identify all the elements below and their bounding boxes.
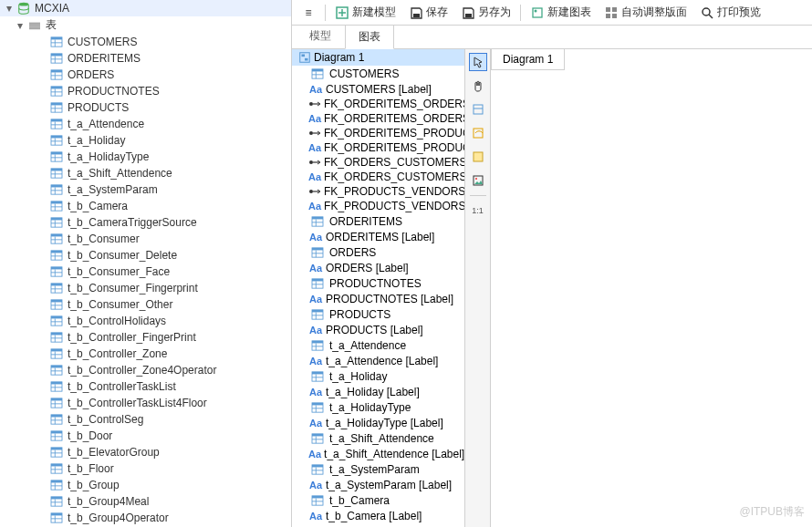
svg-rect-137 bbox=[606, 7, 610, 12]
hand-tool[interactable] bbox=[469, 77, 487, 95]
tree-table[interactable]: CUSTOMERS bbox=[0, 34, 291, 50]
tree-table[interactable]: t_b_Group bbox=[0, 477, 291, 493]
toolbar: ≡ 新建模型 保存 另存为 新建图表 自动调整版面 打印预览 bbox=[292, 0, 812, 26]
db-tree-panel[interactable]: ▾ MCXIA ▾ 表 CUSTOMERSORDERITEMSORDERSPRO… bbox=[0, 0, 292, 527]
image-tool[interactable] bbox=[469, 171, 487, 190]
outline-item[interactable]: t_a_HolidayType bbox=[292, 399, 464, 416]
tree-table[interactable]: t_b_Controller_Zone bbox=[0, 346, 291, 362]
outline-item[interactable]: Aat_a_Shift_Attendence [Label] bbox=[292, 447, 464, 461]
auto-layout-button[interactable]: 自动调整版面 bbox=[599, 3, 692, 22]
tree-table-label: t_a_Shift_Attendence bbox=[66, 167, 172, 180]
tree-table-label: t_b_Controller_FingerPrint bbox=[66, 331, 196, 344]
tree-table[interactable]: t_b_Door bbox=[0, 428, 291, 444]
tree-table[interactable]: t_a_Holiday bbox=[0, 132, 291, 149]
tree-table[interactable]: t_b_ElevatorGroup bbox=[0, 444, 291, 460]
outline-panel[interactable]: Diagram 1 CUSTOMERSAaCUSTOMERS [Label]FK… bbox=[292, 49, 465, 527]
outline-item[interactable]: AaFK_ORDERS_CUSTOMERS [ bbox=[292, 170, 464, 184]
outline-item[interactable]: FK_PRODUCTS_VENDORS bbox=[292, 184, 464, 199]
tree-table[interactable]: t_a_HolidayType bbox=[0, 149, 291, 165]
folder-icon bbox=[27, 18, 42, 33]
canvas-tab[interactable]: Diagram 1 bbox=[491, 49, 565, 70]
tree-table[interactable]: t_a_Shift_Attendence bbox=[0, 165, 291, 181]
tree-table[interactable]: t_b_CameraTriggerSource bbox=[0, 214, 291, 231]
outline-item[interactable]: FK_ORDERITEMS_PRODUCT bbox=[292, 126, 464, 140]
tree-table[interactable]: t_b_Consumer_Delete bbox=[0, 247, 291, 264]
tree-table[interactable]: t_b_Controller_Zone4Operator bbox=[0, 362, 291, 378]
pointer-tool[interactable] bbox=[469, 53, 487, 71]
outline-item[interactable]: PRODUCTS bbox=[292, 306, 464, 323]
outline-item-label: PRODUCTNOTES [Label] bbox=[323, 293, 453, 305]
tree-table[interactable]: t_b_ControllerTaskList bbox=[0, 378, 291, 395]
new-diagram-button[interactable]: 新建图表 bbox=[525, 3, 597, 22]
print-preview-button[interactable]: 打印预览 bbox=[694, 3, 766, 22]
outline-item[interactable]: FK_ORDERS_CUSTOMERS bbox=[292, 155, 464, 170]
outline-item[interactable]: AaFK_ORDERITEMS_ORDERS bbox=[292, 111, 464, 126]
outline-item[interactable]: t_b_Camera bbox=[292, 492, 464, 509]
relation-tool[interactable]: 1:1 bbox=[469, 202, 487, 220]
tree-table-label: t_a_HolidayType bbox=[66, 150, 149, 163]
outline-item[interactable]: Aat_a_HolidayType [Label] bbox=[292, 416, 464, 430]
outline-item[interactable]: AaFK_ORDERITEMS_PRODUCT bbox=[292, 140, 464, 155]
outline-item[interactable]: Aat_a_Holiday [Label] bbox=[292, 385, 464, 399]
outline-item[interactable]: AaCUSTOMERS [Label] bbox=[292, 82, 464, 97]
tree-table[interactable]: t_b_ControlHolidays bbox=[0, 313, 291, 329]
outline-item[interactable]: AaORDERS [Label] bbox=[292, 261, 464, 275]
foreign-key-icon bbox=[308, 99, 321, 108]
tree-table[interactable]: t_a_SystemParam bbox=[0, 181, 291, 198]
outline-diagram-root[interactable]: Diagram 1 bbox=[292, 49, 464, 66]
outline-item[interactable]: Aat_a_SystemParam [Label] bbox=[292, 478, 464, 492]
collapse-icon[interactable]: ▾ bbox=[15, 20, 26, 31]
svg-rect-49 bbox=[51, 218, 62, 221]
outline-item[interactable]: PRODUCTNOTES bbox=[292, 275, 464, 292]
view-tool[interactable] bbox=[469, 124, 487, 142]
tree-table[interactable]: ORDERS bbox=[0, 67, 291, 83]
outline-item[interactable]: Aat_a_Attendence [Label] bbox=[292, 354, 464, 368]
tree-table[interactable]: t_b_Consumer bbox=[0, 231, 291, 247]
hamburger-icon[interactable]: ≡ bbox=[296, 4, 321, 22]
outline-item[interactable]: t_a_Holiday bbox=[292, 368, 464, 385]
table-icon bbox=[49, 264, 64, 279]
tree-table[interactable]: t_b_Floor bbox=[0, 460, 291, 477]
outline-item[interactable]: FK_ORDERITEMS_ORDERS bbox=[292, 97, 464, 111]
outline-item[interactable]: AaORDERITEMS [Label] bbox=[292, 230, 464, 244]
outline-item[interactable]: AaFK_PRODUCTS_VENDORS [ bbox=[292, 199, 464, 213]
tree-table[interactable]: t_b_ControllerTaskList4Floor bbox=[0, 395, 291, 411]
outline-item[interactable]: AaPRODUCTNOTES [Label] bbox=[292, 292, 464, 306]
tree-table[interactable]: t_a_Attendence bbox=[0, 116, 291, 132]
diagram-canvas[interactable]: Diagram 1 f_MeetingNO: VARCHAR2(15)f_Mee… bbox=[491, 49, 812, 527]
table-icon bbox=[310, 67, 325, 81]
tree-table[interactable]: ORDERITEMS bbox=[0, 50, 291, 67]
tree-table[interactable]: t_b_Consumer_Fingerprint bbox=[0, 280, 291, 296]
tree-table[interactable]: t_b_Group4Operator bbox=[0, 510, 291, 526]
tree-table[interactable]: t_b_Controller_FingerPrint bbox=[0, 329, 291, 346]
outline-item[interactable]: ORDERS bbox=[292, 244, 464, 261]
save-button[interactable]: 保存 bbox=[403, 3, 453, 22]
save-as-button[interactable]: 另存为 bbox=[455, 3, 516, 22]
tree-table[interactable]: t_b_Camera bbox=[0, 198, 291, 214]
outline-item[interactable]: ORDERITEMS bbox=[292, 213, 464, 230]
svg-rect-170 bbox=[312, 310, 323, 313]
tab-diagram[interactable]: 图表 bbox=[345, 25, 394, 49]
outline-item[interactable]: AaPRODUCTS [Label] bbox=[292, 323, 464, 337]
outline-item[interactable]: t_a_SystemParam bbox=[292, 461, 464, 478]
tree-table[interactable]: t_b_Consumer_Other bbox=[0, 296, 291, 313]
tab-model[interactable]: 模型 bbox=[296, 24, 345, 48]
collapse-icon[interactable]: ▾ bbox=[4, 3, 15, 14]
tree-folder[interactable]: ▾ 表 bbox=[0, 16, 291, 34]
outline-item[interactable]: t_a_Shift_Attendence bbox=[292, 430, 464, 447]
note-tool[interactable] bbox=[469, 148, 487, 166]
table-icon bbox=[49, 412, 64, 427]
outline-item[interactable]: Aat_b_Camera [Label] bbox=[292, 509, 464, 523]
outline-item[interactable]: CUSTOMERS bbox=[292, 66, 464, 82]
new-model-button[interactable]: 新建模型 bbox=[329, 3, 401, 22]
tree-table[interactable]: t_b_Group4Meal bbox=[0, 493, 291, 510]
tree-root[interactable]: ▾ MCXIA bbox=[0, 0, 291, 16]
outline-item[interactable]: t_a_Attendence bbox=[292, 337, 464, 354]
table-tool[interactable] bbox=[469, 100, 487, 119]
tree-table[interactable]: PRODUCTNOTES bbox=[0, 83, 291, 99]
outline-item-label: t_a_Holiday bbox=[327, 370, 387, 383]
svg-rect-143 bbox=[302, 55, 306, 57]
tree-table[interactable]: t_b_ControlSeg bbox=[0, 411, 291, 428]
tree-table[interactable]: t_b_Consumer_Face bbox=[0, 264, 291, 280]
tree-table[interactable]: PRODUCTS bbox=[0, 99, 291, 116]
